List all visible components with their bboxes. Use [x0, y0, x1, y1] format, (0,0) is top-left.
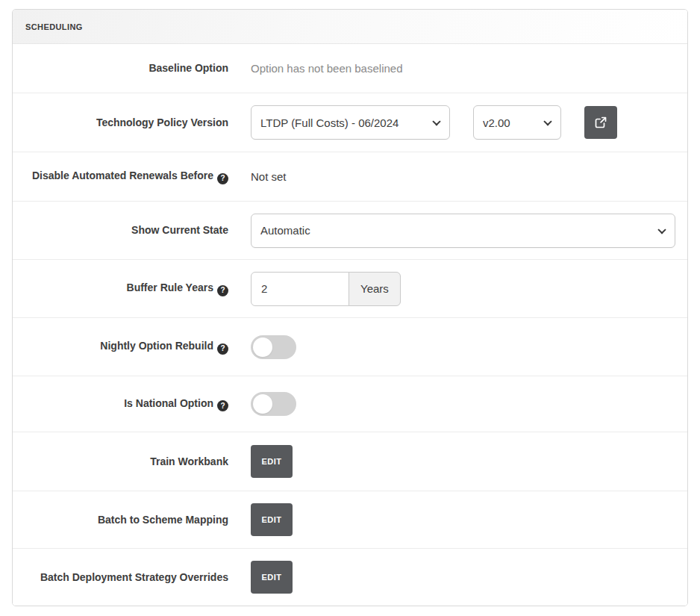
- buffer-rule-years-label: Buffer Rule Years: [127, 281, 213, 293]
- technology-policy-version-label: Technology Policy Version: [25, 116, 228, 130]
- batch-to-scheme-mapping-edit-button[interactable]: EDIT: [251, 503, 293, 536]
- nightly-option-rebuild-toggle[interactable]: [251, 335, 296, 359]
- question-circle-icon[interactable]: ?: [217, 285, 228, 296]
- external-link-icon: [595, 116, 607, 128]
- batch-deployment-strategy-overrides-label: Batch Deployment Strategy Overrides: [25, 570, 228, 585]
- policy-version-select[interactable]: v2.00: [473, 105, 561, 140]
- buffer-rule-years-input[interactable]: [251, 272, 349, 306]
- row-disable-automated-renewals: Disable Automated Renewals Before? Not s…: [13, 152, 687, 202]
- is-national-option-toggle[interactable]: [251, 392, 296, 416]
- baseline-option-value: Option has not been baselined: [251, 62, 403, 75]
- toggle-knob: [253, 337, 272, 357]
- open-policy-button[interactable]: [584, 106, 617, 139]
- batch-to-scheme-mapping-label: Batch to Scheme Mapping: [25, 513, 228, 527]
- row-train-workbank: Train Workbank EDIT: [13, 432, 687, 491]
- question-circle-icon[interactable]: ?: [217, 400, 228, 411]
- row-show-current-state: Show Current State Automatic: [13, 202, 687, 260]
- policy-select[interactable]: LTDP (Full Costs) - 06/2024: [251, 105, 450, 140]
- row-batch-to-scheme-mapping: Batch to Scheme Mapping EDIT: [13, 491, 687, 549]
- train-workbank-label: Train Workbank: [25, 455, 228, 469]
- show-current-state-label: Show Current State: [25, 223, 228, 237]
- disable-automated-renewals-value: Not set: [251, 170, 287, 183]
- row-technology-policy-version: Technology Policy Version LTDP (Full Cos…: [13, 93, 687, 152]
- question-circle-icon[interactable]: ?: [217, 173, 228, 184]
- row-baseline-option: Baseline Option Option has not been base…: [13, 44, 687, 93]
- row-is-national-option: Is National Option?: [13, 376, 687, 432]
- question-circle-icon[interactable]: ?: [217, 343, 228, 355]
- toggle-knob: [253, 394, 272, 414]
- panel-header: SCHEDULING: [13, 10, 687, 44]
- is-national-option-label: Is National Option: [124, 397, 213, 409]
- row-nightly-option-rebuild: Nightly Option Rebuild?: [13, 318, 687, 376]
- row-batch-deployment-strategy-overrides: Batch Deployment Strategy Overrides EDIT: [13, 549, 687, 606]
- disable-automated-renewals-label: Disable Automated Renewals Before: [32, 169, 213, 181]
- scheduling-panel: SCHEDULING Baseline Option Option has no…: [12, 9, 688, 606]
- baseline-option-label: Baseline Option: [25, 61, 228, 75]
- nightly-option-rebuild-label: Nightly Option Rebuild: [100, 340, 213, 352]
- row-buffer-rule-years: Buffer Rule Years? Years: [13, 260, 687, 318]
- train-workbank-edit-button[interactable]: EDIT: [251, 445, 293, 478]
- years-unit-addon: Years: [349, 272, 401, 306]
- batch-deployment-strategy-overrides-edit-button[interactable]: EDIT: [251, 561, 293, 594]
- panel-title: SCHEDULING: [25, 22, 83, 31]
- show-current-state-select[interactable]: Automatic: [251, 214, 675, 248]
